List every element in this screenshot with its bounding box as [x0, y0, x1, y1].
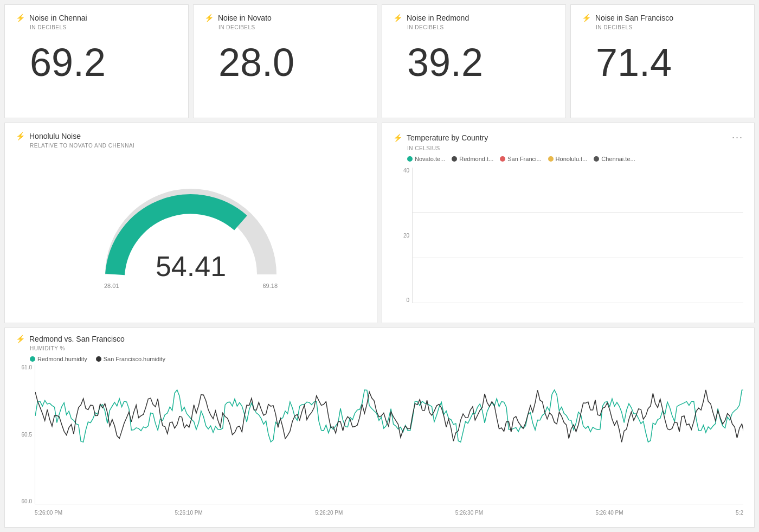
line-chart-card: ⚡ Redmond vs. San Francisco HUMIDITY % R…: [4, 328, 755, 528]
kpi-title-redmond: Noise in Redmond: [407, 14, 469, 22]
x-label-5: 5:2: [736, 510, 743, 516]
legend-label-chennai: Chennai.te...: [601, 156, 635, 162]
x-label-0: 5:26:00 PM: [35, 510, 62, 516]
legend-label-redmond: Redmond.t...: [459, 156, 493, 162]
kpi-value-sf: 71.4: [596, 40, 743, 85]
line-chart-subtitle: HUMIDITY %: [30, 345, 743, 351]
bar-chart-header: ⚡ Temperature by Country ···: [393, 132, 743, 143]
grid-line-0: [413, 303, 743, 303]
legend-dot-redmond-humidity: [30, 356, 35, 362]
lightning-icon-chennai: ⚡: [16, 14, 25, 22]
x-label-1: 5:26:10 PM: [175, 510, 203, 516]
bar-chart-title: Temperature by Country: [407, 133, 488, 142]
x-label-3: 5:26:30 PM: [455, 510, 483, 516]
kpi-value-redmond: 39.2: [407, 40, 555, 85]
legend-label-honolulu: Honolulu.t...: [556, 156, 588, 162]
legend-sf-humidity: San Francisco.humidity: [96, 356, 165, 362]
kpi-header-redmond: ⚡ Noise in Redmond: [393, 14, 555, 22]
gauge-value: 54.41: [156, 250, 226, 283]
grid-line-40: [413, 212, 743, 213]
kpi-title-novato: Noise in Novato: [218, 14, 272, 22]
kpi-header-novato: ⚡ Noise in Novato: [204, 14, 366, 22]
x-labels: 5:26:00 PM 5:26:10 PM 5:26:20 PM 5:26:30…: [35, 504, 743, 521]
legend-label-novato: Novato.te...: [415, 156, 445, 162]
y-label-61: 61.0: [22, 364, 32, 370]
kpi-header-sf: ⚡ Noise in San Francisco: [582, 14, 743, 22]
dashboard: ⚡ Noise in Chennai IN DECIBELS 69.2 ⚡ No…: [0, 0, 759, 532]
gauge-header: ⚡ Honolulu Noise: [16, 132, 366, 140]
legend-dot-honolulu: [548, 156, 554, 162]
gauge-max: 69.18: [262, 283, 278, 289]
bar-chart-card: ⚡ Temperature by Country ··· IN CELSIUS …: [382, 123, 755, 323]
kpi-value-novato: 28.0: [218, 40, 366, 85]
legend-dot-sanfranci: [500, 156, 505, 162]
bar-y-labels: 40 20 0: [393, 168, 412, 303]
legend-label-sanfranci: San Franci...: [507, 156, 541, 162]
legend-dot-chennai: [594, 156, 599, 162]
y-label-605: 60.5: [22, 432, 32, 438]
legend-dot-novato: [407, 156, 413, 162]
bar-chart-subtitle: IN CELSIUS: [407, 145, 743, 151]
kpi-subtitle-chennai: IN DECIBELS: [30, 24, 177, 30]
bar-chart-menu[interactable]: ···: [732, 132, 743, 143]
kpi-title-sf: Noise in San Francisco: [595, 14, 673, 22]
lightning-icon-redmond: ⚡: [393, 14, 402, 22]
kpi-subtitle-redmond: IN DECIBELS: [407, 24, 555, 30]
x-label-2: 5:26:20 PM: [315, 510, 343, 516]
gauge-min: 28.01: [104, 283, 119, 289]
legend-honolulu: Honolulu.t...: [548, 156, 588, 162]
kpi-subtitle-novato: IN DECIBELS: [218, 24, 366, 30]
lightning-icon-novato: ⚡: [204, 14, 214, 22]
legend-novato: Novato.te...: [407, 156, 445, 162]
line-y-labels: 61.0 60.5 60.0: [16, 364, 35, 504]
grid-line-20: [413, 258, 743, 258]
chart-row: ⚡ Honolulu Noise RELATIVE TO NOVATO AND …: [4, 123, 755, 323]
kpi-header-chennai: ⚡ Noise in Chennai: [16, 14, 177, 22]
line-legend: Redmond.humidity San Francisco.humidity: [30, 356, 743, 362]
gauge-container: 54.41 28.01 69.18: [16, 153, 366, 314]
legend-redmond: Redmond.t...: [452, 156, 493, 162]
y-label-0: 0: [406, 297, 409, 303]
line-chart-header: ⚡ Redmond vs. San Francisco: [16, 335, 743, 343]
bar-chart-area: 40 20 0: [393, 168, 743, 314]
gauge-card: ⚡ Honolulu Noise RELATIVE TO NOVATO AND …: [4, 123, 377, 323]
legend-chennai: Chennai.te...: [594, 156, 635, 162]
lightning-icon-gauge: ⚡: [16, 132, 25, 140]
legend-sanfranci: San Franci...: [500, 156, 541, 162]
lightning-icon-bar: ⚡: [393, 133, 402, 142]
legend-dot-redmond: [452, 156, 457, 162]
legend-redmond-humidity: Redmond.humidity: [30, 356, 87, 362]
line-chart-title: Redmond vs. San Francisco: [29, 335, 125, 343]
x-label-4: 5:26:40 PM: [595, 510, 623, 516]
legend-label-redmond-humidity: Redmond.humidity: [37, 356, 87, 362]
legend-dot-sf-humidity: [96, 356, 101, 362]
bar-chart-inner: [412, 168, 743, 303]
gauge-subtitle: RELATIVE TO NOVATO AND CHENNAI: [30, 143, 366, 149]
gauge-svg-wrap: 54.41 28.01 69.18: [99, 180, 283, 288]
y-label-40: 40: [403, 168, 409, 174]
kpi-value-chennai: 69.2: [30, 40, 177, 85]
gauge-title: Honolulu Noise: [29, 132, 81, 140]
bar-legend: Novato.te... Redmond.t... San Franci... …: [407, 156, 743, 162]
y-label-60: 60.0: [22, 498, 32, 504]
kpi-card-sf: ⚡ Noise in San Francisco IN DECIBELS 71.…: [570, 4, 755, 118]
kpi-card-chennai: ⚡ Noise in Chennai IN DECIBELS 69.2: [4, 4, 189, 118]
kpi-card-novato: ⚡ Noise in Novato IN DECIBELS 28.0: [193, 4, 377, 118]
legend-label-sf-humidity: San Francisco.humidity: [104, 356, 165, 362]
lightning-icon-line: ⚡: [16, 335, 25, 343]
line-chart-inner: [35, 364, 743, 504]
y-label-20: 20: [403, 233, 409, 239]
kpi-subtitle-sf: IN DECIBELS: [596, 24, 743, 30]
kpi-card-redmond: ⚡ Noise in Redmond IN DECIBELS 39.2: [382, 4, 566, 118]
kpi-title-chennai: Noise in Chennai: [29, 14, 87, 22]
line-chart-area: 61.0 60.5 60.0 5:26:00 PM 5:26:10 PM 5:2…: [16, 364, 743, 521]
line-chart-svg: [35, 364, 743, 504]
lightning-icon-sf: ⚡: [582, 14, 591, 22]
kpi-row: ⚡ Noise in Chennai IN DECIBELS 69.2 ⚡ No…: [4, 4, 755, 118]
